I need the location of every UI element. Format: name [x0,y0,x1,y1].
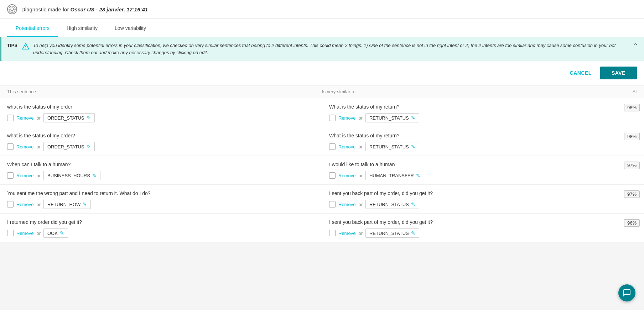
col-header-right: Is very similar to [322,89,606,94]
right-intent-badge-0: RETURN_STATUS ✎ [365,113,419,122]
left-controls-0: Remove or ORDER_STATUS ✎ [7,113,315,122]
right-checkbox-wrap-3 [329,201,336,207]
tips-icon [22,42,30,52]
right-checkbox-3[interactable] [329,201,336,207]
right-intent-label-0: RETURN_STATUS [369,115,409,121]
right-intent-label-2: HUMAN_TRANSFER [369,173,414,178]
left-controls-3: Remove or RETURN_HOW ✎ [7,200,315,209]
right-checkbox-0[interactable] [329,115,336,121]
toolbar: CANCEL SAVE [0,61,644,85]
right-edit-icon-3[interactable]: ✎ [411,201,415,207]
left-checkbox-wrap-1 [7,143,14,150]
svg-point-1 [11,8,14,11]
tab-potential-errors[interactable]: Potential errors [7,19,58,37]
right-controls-1: Remove or RETURN_STATUS ✎ [329,142,605,151]
left-remove-link-3[interactable]: Remove [16,202,33,207]
left-edit-icon-4[interactable]: ✎ [60,230,64,236]
tab-high-similarity[interactable]: High similarity [58,19,106,37]
right-intent-badge-2: HUMAN_TRANSFER ✎ [365,171,424,180]
left-checkbox-2[interactable] [7,172,14,179]
left-intent-label-0: ORDER_STATUS [47,115,84,121]
tips-toggle[interactable]: ⌃ [633,42,638,50]
left-edit-icon-1[interactable]: ✎ [87,144,91,149]
right-intent-badge-4: RETURN_STATUS ✎ [365,228,419,238]
pair-right-1: What is the status of my return? Remove … [322,127,612,156]
right-remove-link-0[interactable]: Remove [338,115,355,121]
left-remove-link-0[interactable]: Remove [16,115,33,121]
table-row: what is the status of my order Remove or… [0,98,644,127]
left-edit-icon-0[interactable]: ✎ [87,115,91,121]
save-button[interactable]: SAVE [600,67,637,79]
pair-right-3: I sent you back part of my order, did yo… [322,185,612,213]
left-intent-badge-2: BUSINESS_HOURS ✎ [43,171,100,180]
pair-left-3: You sent me the wrong part and I need to… [0,185,322,213]
right-or-1: or [358,144,363,149]
right-remove-link-4[interactable]: Remove [338,231,355,236]
pair-left-1: what is the status of my order? Remove o… [0,127,322,156]
right-edit-icon-2[interactable]: ✎ [416,173,420,178]
right-sentence-0: What is the status of my return? [329,104,605,110]
left-controls-2: Remove or BUSINESS_HOURS ✎ [7,171,315,180]
cancel-button[interactable]: CANCEL [561,67,600,79]
left-or-0: or [36,115,41,121]
right-edit-icon-1[interactable]: ✎ [411,144,415,149]
left-checkbox-1[interactable] [7,143,14,150]
right-sentence-1: What is the status of my return? [329,133,605,138]
left-sentence-2: When can I talk to a human? [7,162,315,167]
right-intent-badge-3: RETURN_STATUS ✎ [365,200,419,209]
left-checkbox-4[interactable] [7,230,14,236]
right-checkbox-4[interactable] [329,230,336,236]
right-remove-link-2[interactable]: Remove [338,173,355,178]
right-controls-2: Remove or HUMAN_TRANSFER ✎ [329,171,605,180]
left-checkbox-0[interactable] [7,115,14,121]
left-controls-4: Remove or OOK ✎ [7,228,315,238]
pair-right-2: I would like to talk to a human Remove o… [322,156,612,184]
col-header-left: This sentence [7,89,322,94]
right-edit-icon-0[interactable]: ✎ [411,115,415,121]
left-intent-label-4: OOK [47,231,58,236]
right-controls-4: Remove or RETURN_STATUS ✎ [329,228,605,238]
left-remove-link-4[interactable]: Remove [16,231,33,236]
tips-box: TIPS To help you identify some potential… [0,37,644,61]
tab-low-variability[interactable]: Low variability [106,19,155,37]
table-row: what is the status of my order? Remove o… [0,127,644,156]
pair-right-4: I sent you back part of my order, did yo… [322,214,612,242]
right-remove-link-3[interactable]: Remove [338,202,355,207]
col-header-at: At [606,89,637,94]
right-or-4: or [358,231,363,236]
right-controls-3: Remove or RETURN_STATUS ✎ [329,200,605,209]
pair-at-4: 96% [612,214,644,242]
left-edit-icon-2[interactable]: ✎ [92,173,97,178]
rows-container: what is the status of my order Remove or… [0,98,644,242]
right-checkbox-wrap-1 [329,143,336,150]
right-controls-0: Remove or RETURN_STATUS ✎ [329,113,605,122]
right-intent-badge-1: RETURN_STATUS ✎ [365,142,419,151]
right-checkbox-2[interactable] [329,172,336,179]
similarity-badge-2: 97% [624,162,640,169]
tips-text: To help you identify some potential erro… [33,42,637,56]
left-checkbox-3[interactable] [7,201,14,207]
similarity-badge-1: 98% [624,133,640,140]
left-remove-link-1[interactable]: Remove [16,144,33,149]
pair-left-0: what is the status of my order Remove or… [0,98,322,127]
header-icon [7,4,17,14]
pair-left-4: I returned my order did you get it? Remo… [0,214,322,242]
right-remove-link-1[interactable]: Remove [338,144,355,149]
right-sentence-3: I sent you back part of my order, did yo… [329,190,605,196]
left-intent-badge-3: RETURN_HOW ✎ [43,200,91,209]
header-title: Diagnostic made for Oscar US - 28 janvie… [21,6,148,12]
pair-at-3: 97% [612,185,644,213]
left-intent-badge-1: ORDER_STATUS ✎ [43,142,95,151]
right-checkbox-1[interactable] [329,143,336,150]
left-intent-badge-4: OOK ✎ [43,228,68,238]
pair-left-2: When can I talk to a human? Remove or BU… [0,156,322,184]
left-or-4: or [36,231,41,236]
left-edit-icon-3[interactable]: ✎ [83,201,87,207]
pair-at-0: 98% [612,98,644,127]
left-remove-link-2[interactable]: Remove [16,173,33,178]
similarity-badge-3: 97% [624,190,640,198]
right-edit-icon-4[interactable]: ✎ [411,230,415,236]
table-header: This sentence Is very similar to At [0,85,644,98]
right-intent-label-1: RETURN_STATUS [369,144,409,149]
left-intent-label-1: ORDER_STATUS [47,144,84,149]
